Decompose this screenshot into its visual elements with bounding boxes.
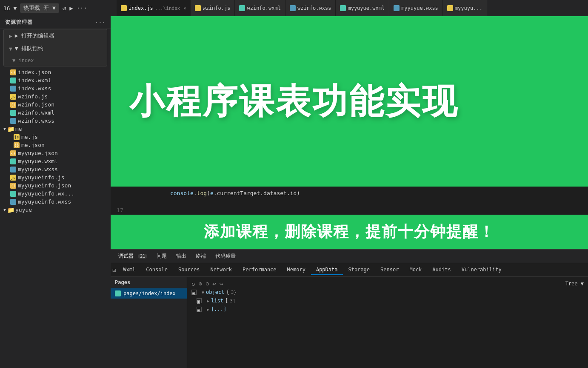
file-myyuyueinfo-js[interactable]: js myyuyueinfo.js bbox=[0, 173, 111, 181]
tree-count: 3] bbox=[230, 298, 235, 304]
wxml-icon bbox=[10, 78, 16, 83]
top-icons: ↺ ▶ ··· bbox=[63, 5, 87, 12]
wxml-icon bbox=[10, 158, 16, 164]
tree-toolbar: ↻ ⊕ ⊖ ↩ ↪ Tree ▼ bbox=[190, 279, 585, 288]
green-banner-bottom: 添加课程，删除课程，提前十分钟提醒！ bbox=[111, 215, 588, 249]
index-item[interactable]: ▼ index bbox=[4, 55, 107, 66]
file-myyuyueinfo-wxml[interactable]: myyuyueinfo.wx... bbox=[0, 190, 111, 198]
dt-tab-sources[interactable]: Sources bbox=[173, 265, 205, 275]
file-tree: {} index.json index.wxml index.wxss js w… bbox=[0, 66, 111, 367]
tab-close-icon[interactable]: × bbox=[183, 6, 186, 11]
tree-arrow[interactable]: ▶ bbox=[207, 299, 209, 303]
file-wzinfo-wxss[interactable]: wzinfo.wxss bbox=[0, 117, 111, 125]
tree-checkbox[interactable]: ▣ bbox=[191, 290, 197, 295]
tree-count: 3} bbox=[231, 290, 237, 295]
index-label: ▼ index bbox=[12, 58, 34, 63]
tab-myyuyue-wxml[interactable]: myyuyue.wxml bbox=[336, 0, 389, 16]
pages-header: Pages bbox=[111, 277, 187, 288]
dt-tab-performance[interactable]: Performance bbox=[237, 265, 281, 275]
tree-key: object bbox=[206, 289, 224, 295]
tab-myyuyue-wxss[interactable]: myyuyue.wxss bbox=[389, 0, 443, 16]
tab-index-js[interactable]: index.js ...\index × bbox=[117, 0, 191, 16]
more-icon[interactable]: ··· bbox=[77, 5, 87, 12]
tab-wzinfo-js[interactable]: wzinfo.js bbox=[191, 0, 235, 16]
dt-tab-appdata[interactable]: AppData bbox=[311, 265, 343, 275]
refresh-btn[interactable]: ↻ bbox=[191, 280, 195, 287]
appdata-pages: Pages pages/index/index bbox=[111, 277, 187, 368]
file-index-wxml[interactable]: index.wxml bbox=[0, 76, 111, 84]
dt-tab-debug[interactable]: 调试器 21 bbox=[114, 251, 151, 262]
js-icon: js bbox=[14, 134, 20, 140]
file-myyuyue-wxss[interactable]: myyuyue.wxss bbox=[0, 165, 111, 173]
tree-arrow[interactable]: ▼ bbox=[202, 290, 204, 295]
folder-me[interactable]: ▼ 📁 me bbox=[0, 125, 111, 133]
file-myyuyueinfo-json[interactable]: {} myyuyueinfo.json bbox=[0, 181, 111, 190]
file-myyuyueinfo-wxss[interactable]: myyuyueinfo.wxss bbox=[0, 198, 111, 206]
play-icon[interactable]: ▶ bbox=[69, 5, 73, 12]
undo-btn[interactable]: ↩ bbox=[212, 280, 216, 287]
dt-tab-vulnerability[interactable]: Vulnerability bbox=[457, 265, 507, 275]
json-icon: {} bbox=[10, 183, 16, 189]
redo-btn[interactable]: ↪ bbox=[220, 280, 223, 287]
devtools-panel: 调试器 21 问题 输出 终端 代码质量 ⊡ Wxml Console Sour… bbox=[111, 249, 588, 368]
debug-badge: 21 bbox=[138, 254, 147, 259]
dt-tab-problems[interactable]: 问题 bbox=[152, 251, 171, 262]
dt-tab-memory[interactable]: Memory bbox=[282, 265, 311, 275]
tab-myyuyue[interactable]: myyuyu... bbox=[443, 0, 487, 16]
js-icon: js bbox=[10, 175, 16, 181]
tree-arrow[interactable]: ▶ bbox=[207, 307, 209, 312]
appdata-tree: ↻ ⊕ ⊖ ↩ ↪ Tree ▼ ▣ ▼ object { 3} ▣ ▶ li bbox=[187, 277, 588, 368]
file-myyuyue-wxml[interactable]: myyuyue.wxml bbox=[0, 157, 111, 165]
file-index-wxss[interactable]: index.wxss bbox=[0, 84, 111, 92]
dt-tab-console[interactable]: Console bbox=[141, 265, 173, 275]
file-me-js[interactable]: js me.js bbox=[0, 133, 111, 141]
dt-tab-mock[interactable]: Mock bbox=[404, 265, 427, 275]
expand-btn[interactable]: ⊕ bbox=[198, 280, 202, 287]
file-wzinfo-json[interactable]: {} wzinfo.json bbox=[0, 101, 111, 109]
folder-yuyue[interactable]: ▼ 📁 yuyue bbox=[0, 206, 111, 214]
tree-label[interactable]: Tree ▼ bbox=[565, 281, 584, 287]
dt-tab-storage[interactable]: Storage bbox=[343, 265, 375, 275]
debug-num[interactable]: 16 ▼ bbox=[3, 5, 17, 12]
wxml-icon bbox=[340, 5, 346, 11]
tree-row-list: ▣ ▶ list [ 3] bbox=[190, 296, 585, 305]
tab-wzinfo-wxss[interactable]: wzinfo.wxss bbox=[285, 0, 336, 16]
dt-tab-network[interactable]: Network bbox=[206, 265, 237, 275]
sidebar-more-icon[interactable]: ··· bbox=[95, 19, 106, 26]
page-item-index[interactable]: pages/index/index bbox=[111, 288, 187, 299]
file-wzinfo-wxml[interactable]: wzinfo.wxml bbox=[0, 109, 111, 117]
file-myyuyue-json[interactable]: {} myyuyue.json bbox=[0, 149, 111, 157]
wxss-icon bbox=[10, 199, 16, 205]
wxml-icon bbox=[10, 191, 16, 197]
dt-tab-audits[interactable]: Audits bbox=[427, 265, 456, 275]
dt-collapse-icon[interactable]: ⊡ bbox=[112, 267, 116, 273]
wxss-icon bbox=[394, 5, 400, 11]
tree-row-more: ▣ ▶ [...] bbox=[190, 305, 585, 313]
sidebar-header: 资源管理器 ··· bbox=[0, 16, 111, 29]
queue-item[interactable]: ▼ ▼ 排队预约 bbox=[4, 42, 107, 55]
tree-checkbox[interactable]: ▣ bbox=[197, 307, 202, 312]
top-bar-left: 16 ▼ 热重载 开 ▼ ↺ ▶ ··· bbox=[3, 3, 114, 13]
contract-btn[interactable]: ⊖ bbox=[206, 280, 209, 287]
sidebar-title: 资源管理器 bbox=[5, 19, 33, 26]
refresh-icon[interactable]: ↺ bbox=[63, 5, 66, 12]
page-name: pages/index/index bbox=[123, 290, 176, 296]
wxss-icon bbox=[10, 167, 16, 172]
open-editor-item[interactable]: ▶ ▶ 打开的编辑器 bbox=[4, 29, 107, 42]
dt-tab-output[interactable]: 输出 bbox=[172, 251, 191, 262]
wxml-icon bbox=[239, 5, 245, 11]
tab-wzinfo-wxml[interactable]: wzinfo.wxml bbox=[235, 0, 285, 16]
dt-tab-wxml[interactable]: Wxml bbox=[118, 265, 140, 275]
top-bar: 16 ▼ 热重载 开 ▼ ↺ ▶ ··· index.js ...\index … bbox=[0, 0, 588, 16]
json-icon: {} bbox=[10, 102, 16, 108]
file-index-json[interactable]: {} index.json bbox=[0, 68, 111, 76]
tree-checkbox[interactable]: ▣ bbox=[197, 298, 202, 303]
dt-tab-quality[interactable]: 代码质量 bbox=[211, 251, 240, 262]
file-me-json[interactable]: {} me.json bbox=[0, 141, 111, 149]
editor-tabs: index.js ...\index × wzinfo.js wzinfo.wx… bbox=[117, 0, 585, 16]
dt-tab-terminal[interactable]: 终端 bbox=[191, 251, 210, 262]
hot-reload-label[interactable]: 热重载 开 ▼ bbox=[20, 3, 59, 13]
file-wzinfo-js[interactable]: js wzinfo.js bbox=[0, 92, 111, 101]
dt-tab-sensor[interactable]: Sensor bbox=[375, 265, 404, 275]
js-icon: js bbox=[10, 94, 16, 100]
